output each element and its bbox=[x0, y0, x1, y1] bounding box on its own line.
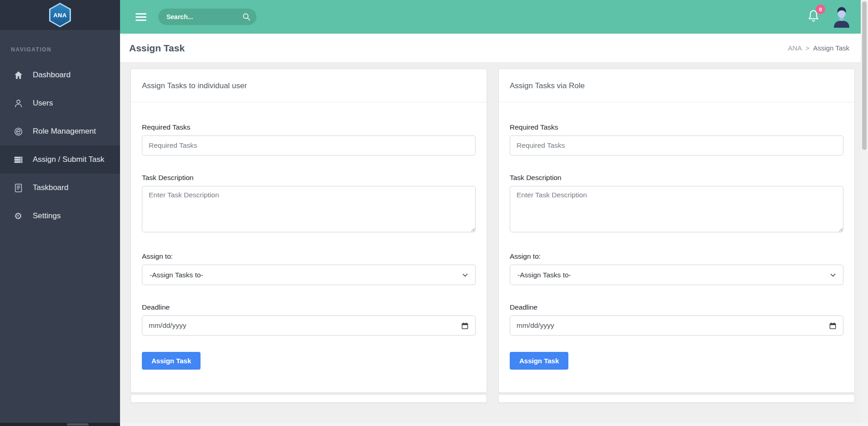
document-icon bbox=[14, 183, 23, 192]
card-title: Assign Tasks via Role bbox=[510, 81, 843, 90]
notification-badge: 0 bbox=[816, 5, 825, 14]
main-content: Assign Tasks to individual user Required… bbox=[120, 63, 861, 423]
horizontal-scrollbar-thumb[interactable] bbox=[67, 423, 89, 426]
assign-to-label: Assign to: bbox=[142, 252, 476, 261]
page-header: Assign Task ANA > Assign Task bbox=[120, 34, 861, 63]
calendar-icon[interactable] bbox=[461, 322, 469, 330]
ana-logo: ANA bbox=[49, 3, 71, 27]
assign-role-column: Assign Tasks via Role Required Tasks Tas… bbox=[498, 69, 855, 403]
sidebar-item-label: Users bbox=[33, 99, 53, 108]
deadline-label: Deadline bbox=[142, 303, 476, 311]
sidebar-item-users[interactable]: Users bbox=[0, 89, 120, 117]
task-description-label: Task Description bbox=[142, 174, 476, 182]
assign-to-select[interactable]: -Assign Tasks to- bbox=[510, 265, 843, 285]
deadline-label: Deadline bbox=[510, 303, 843, 311]
search-box bbox=[158, 9, 256, 25]
assign-task-button[interactable]: Assign Task bbox=[142, 352, 201, 370]
required-tasks-input[interactable] bbox=[510, 135, 843, 155]
task-description-textarea[interactable] bbox=[510, 186, 843, 232]
gear-icon: ⚙ bbox=[14, 211, 23, 221]
page-title: Assign Task bbox=[129, 43, 185, 54]
role-icon bbox=[14, 127, 23, 136]
assign-individual-card: Assign Tasks to individual user Required… bbox=[130, 69, 487, 393]
deadline-date-input[interactable]: mm/dd/yyyy bbox=[142, 316, 476, 336]
sidebar-item-label: Role Management bbox=[33, 127, 96, 136]
topbar-right: 0 bbox=[806, 5, 856, 28]
sidebar: ANA NAVIGATION Dashboard Users Role Mana… bbox=[0, 0, 120, 426]
logo-text: ANA bbox=[53, 12, 67, 19]
horizontal-scrollbar[interactable] bbox=[0, 423, 868, 426]
sidebar-item-settings[interactable]: ⚙ Settings bbox=[0, 202, 120, 230]
sidebar-item-label: Assign / Submit Task bbox=[33, 155, 104, 164]
notifications-button[interactable]: 0 bbox=[806, 8, 821, 25]
breadcrumb-current: Assign Task bbox=[813, 44, 849, 52]
menu-toggle-icon[interactable] bbox=[135, 13, 146, 21]
assign-to-select[interactable]: -Assign Tasks to- bbox=[142, 265, 476, 285]
breadcrumb: ANA > Assign Task bbox=[788, 44, 849, 52]
sidebar-item-label: Dashboard bbox=[33, 70, 70, 80]
breadcrumb-root[interactable]: ANA bbox=[788, 44, 802, 52]
sidebar-item-taskboard[interactable]: Taskboard bbox=[0, 174, 120, 202]
brand-header[interactable]: ANA bbox=[0, 0, 120, 30]
assign-task-button[interactable]: Assign Task bbox=[510, 352, 568, 370]
deadline-date-input[interactable]: mm/dd/yyyy bbox=[510, 316, 843, 336]
search-input[interactable] bbox=[158, 9, 256, 25]
vertical-scrollbar-thumb[interactable] bbox=[862, 1, 867, 150]
breadcrumb-separator: > bbox=[805, 44, 809, 52]
vertical-scrollbar[interactable] bbox=[861, 0, 868, 423]
sidebar-item-label: Settings bbox=[33, 211, 60, 221]
sidebar-item-assign-submit-task[interactable]: Assign / Submit Task bbox=[0, 145, 120, 174]
sidebar-item-dashboard[interactable]: Dashboard bbox=[0, 61, 120, 89]
topbar: 0 bbox=[120, 0, 861, 34]
card-title: Assign Tasks to individual user bbox=[142, 81, 476, 90]
assign-individual-column: Assign Tasks to individual user Required… bbox=[130, 69, 487, 403]
chevron-down-icon bbox=[830, 273, 836, 277]
calendar-icon[interactable] bbox=[829, 322, 837, 330]
chevron-down-icon bbox=[462, 273, 468, 277]
search-icon[interactable] bbox=[242, 13, 251, 23]
sidebar-item-role-management[interactable]: Role Management bbox=[0, 117, 120, 145]
required-tasks-label: Required Tasks bbox=[142, 123, 476, 131]
user-icon bbox=[14, 99, 23, 108]
task-description-textarea[interactable] bbox=[142, 186, 476, 232]
task-description-label: Task Description bbox=[510, 174, 843, 182]
card-footer bbox=[498, 394, 855, 403]
assign-to-label: Assign to: bbox=[510, 252, 843, 261]
home-icon bbox=[14, 70, 23, 80]
user-avatar[interactable] bbox=[831, 5, 853, 28]
required-tasks-label: Required Tasks bbox=[510, 123, 843, 131]
nav-section-label: NAVIGATION bbox=[0, 30, 120, 61]
tasks-icon bbox=[14, 155, 23, 164]
required-tasks-input[interactable] bbox=[142, 135, 476, 155]
card-footer bbox=[130, 394, 487, 403]
sidebar-item-label: Taskboard bbox=[33, 183, 68, 192]
assign-role-card: Assign Tasks via Role Required Tasks Tas… bbox=[498, 69, 855, 393]
